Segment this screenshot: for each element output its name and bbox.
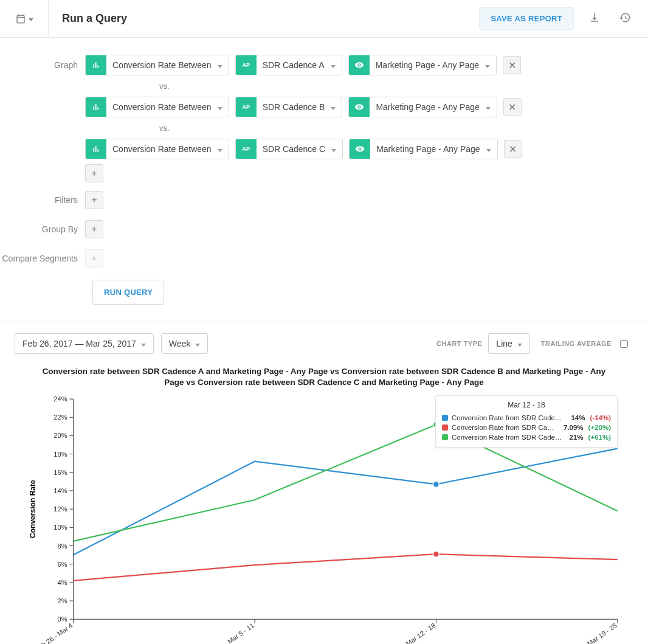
page-select-label: Marketing Page - Any Page — [370, 139, 486, 159]
metric-select-label: Conversion Rate Between — [106, 139, 218, 159]
tooltip-row: Conversion Rate from SDR Cadence C ... 2… — [442, 432, 611, 442]
svg-text:16%: 16% — [53, 469, 67, 476]
run-query-button[interactable]: RUN QUERY — [92, 280, 164, 305]
series-swatch — [442, 424, 448, 431]
metric-select-icon — [86, 97, 106, 117]
page-select-icon — [349, 97, 370, 117]
series-name: Conversion Rate from SDR Cadence C ... — [452, 434, 562, 441]
svg-text:18%: 18% — [53, 451, 67, 458]
svg-text:12%: 12% — [53, 506, 67, 513]
metric-select-icon — [86, 55, 106, 75]
download-icon — [588, 12, 601, 24]
graph-label: Graph — [0, 60, 85, 70]
svg-text:Mar 5 - 11: Mar 5 - 11 — [226, 622, 255, 644]
add-filter-button[interactable]: + — [85, 191, 103, 209]
metric-select-label: Conversion Rate Between — [106, 97, 218, 117]
event-select-icon: AP — [236, 55, 257, 75]
page-select-label: Marketing Page - Any Page — [370, 97, 485, 117]
svg-point-37 — [433, 482, 439, 488]
vs-label: vs. — [92, 121, 170, 135]
remove-row-button[interactable]: ✕ — [503, 98, 522, 116]
chart-type-label: CHART TYPE — [436, 340, 482, 347]
chevron-down-icon — [141, 339, 146, 348]
event-select[interactable]: AP SDR Cadence A — [235, 55, 342, 75]
granularity-value: Week — [169, 339, 191, 348]
metric-select-icon — [86, 139, 106, 159]
series-swatch — [442, 434, 448, 440]
chart-type-select[interactable]: Line — [488, 333, 529, 354]
event-select-label: SDR Cadence C — [257, 139, 332, 159]
trailing-average-label: TRAILING AVERAGE — [541, 340, 612, 347]
svg-text:6%: 6% — [58, 561, 67, 568]
series-delta: (+20%) — [588, 424, 611, 431]
chevron-down-icon — [331, 97, 342, 117]
event-select-label: SDR Cadence A — [257, 55, 331, 75]
svg-point-38 — [433, 552, 439, 558]
chevron-down-icon — [331, 139, 342, 159]
page-select[interactable]: Marketing Page - Any Page — [348, 97, 497, 117]
metric-select[interactable]: Conversion Rate Between — [85, 97, 229, 117]
svg-text:24%: 24% — [53, 396, 67, 403]
svg-text:14%: 14% — [53, 487, 67, 494]
chevron-down-icon — [485, 55, 496, 75]
query-builder: Graph Conversion Rate Between AP SDR Cad… — [0, 38, 648, 322]
add-graph-row-button[interactable]: + — [85, 164, 103, 182]
save-as-report-button[interactable]: SAVE AS REPORT — [479, 7, 574, 30]
page-select[interactable]: Marketing Page - Any Page — [349, 139, 497, 159]
svg-text:10%: 10% — [53, 524, 67, 531]
chart-type-value: Line — [496, 339, 512, 348]
event-select[interactable]: AP SDR Cadence C — [235, 139, 343, 159]
svg-text:Conversion Rate: Conversion Rate — [29, 480, 37, 538]
tooltip-row: Conversion Rate from SDR Cadence B ... 7… — [442, 423, 611, 432]
chevron-down-icon — [486, 139, 497, 159]
series-name: Conversion Rate from SDR Cadence A ... — [452, 414, 564, 421]
add-group-by-button[interactable]: + — [85, 220, 103, 238]
calendar-icon — [15, 13, 26, 24]
series-value: 7.09% — [564, 424, 584, 431]
chevron-down-icon — [486, 97, 497, 117]
svg-text:20%: 20% — [53, 432, 67, 440]
metric-select-label: Conversion Rate Between — [106, 55, 218, 75]
remove-row-button[interactable]: ✕ — [504, 140, 522, 158]
chart-title: Conversion rate between SDR Cadence A an… — [18, 359, 630, 393]
series-delta: (+61%) — [588, 434, 611, 441]
svg-text:4%: 4% — [58, 579, 67, 586]
chevron-down-icon — [218, 55, 229, 75]
date-range-select[interactable]: Feb 26, 2017 — Mar 25, 2017 — [15, 333, 154, 354]
chart-controls: Feb 26, 2017 — Mar 25, 2017 Week CHART T… — [0, 322, 648, 359]
series-delta: (-14%) — [590, 414, 611, 421]
metric-select[interactable]: Conversion Rate Between — [85, 139, 229, 159]
page-select-icon — [350, 139, 370, 159]
chevron-down-icon — [218, 139, 229, 159]
chevron-down-icon — [517, 339, 522, 348]
nav-dropdown[interactable] — [0, 0, 49, 37]
series-name: Conversion Rate from SDR Cadence B ... — [452, 424, 556, 431]
page-title: Run a Query — [49, 12, 479, 25]
page-select[interactable]: Marketing Page - Any Page — [348, 55, 497, 75]
download-button[interactable] — [585, 8, 604, 29]
date-range-value: Feb 26, 2017 — Mar 25, 2017 — [22, 339, 136, 348]
add-segment-button: + — [85, 249, 103, 268]
chart-area: Conversion rate between SDR Cadence A an… — [0, 359, 648, 644]
chevron-down-icon — [29, 14, 33, 23]
svg-text:22%: 22% — [53, 414, 67, 421]
event-select-label: SDR Cadence B — [257, 97, 331, 117]
history-button[interactable] — [615, 8, 635, 29]
granularity-select[interactable]: Week — [161, 333, 209, 354]
chevron-down-icon — [331, 55, 342, 75]
svg-text:Mar 12 - 18: Mar 12 - 18 — [404, 622, 436, 644]
svg-text:Feb 26 - Mar 4: Feb 26 - Mar 4 — [33, 622, 74, 644]
trailing-average-checkbox[interactable] — [620, 340, 628, 348]
series-value: 21% — [570, 434, 584, 441]
group-by-label: Group By — [0, 224, 85, 234]
metric-select[interactable]: Conversion Rate Between — [85, 55, 229, 75]
page-select-icon — [349, 55, 370, 75]
tooltip-title: Mar 12 - 18 — [442, 401, 611, 409]
remove-row-button[interactable]: ✕ — [503, 56, 521, 74]
event-select-icon: AP — [236, 97, 257, 117]
event-select[interactable]: AP SDR Cadence B — [235, 97, 343, 117]
series-value: 14% — [571, 414, 585, 421]
svg-text:8%: 8% — [58, 542, 67, 550]
svg-text:2%: 2% — [58, 597, 67, 604]
top-actions: SAVE AS REPORT — [479, 7, 648, 30]
